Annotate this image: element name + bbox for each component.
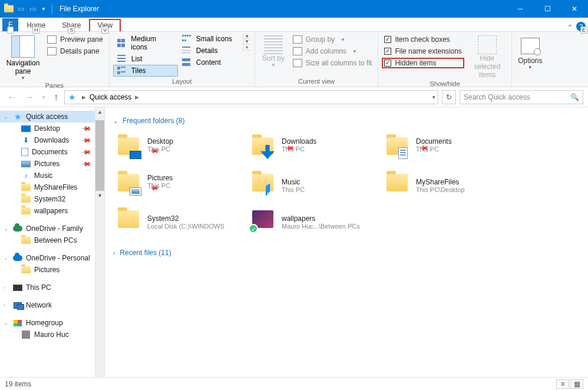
chevron-right-icon[interactable]: ▶: [131, 94, 143, 100]
chevron-down-icon: ▼: [4, 75, 42, 81]
group-label: Panes: [4, 81, 105, 91]
scroll-up-icon[interactable]: ▲: [243, 33, 251, 39]
tree-mysharefiles[interactable]: MyShareFiles: [0, 181, 104, 193]
options-button[interactable]: Options ▼: [516, 33, 545, 70]
scroll-thumb[interactable]: [95, 120, 104, 191]
sort-icon: [264, 35, 283, 54]
address-bar[interactable]: ★ ▶ Quick access ▶ ▾: [64, 90, 438, 104]
folder-tile[interactable]: DesktopThis PC📌: [113, 131, 247, 167]
expand-icon[interactable]: ›: [4, 285, 9, 290]
tree-network[interactable]: ›Network: [0, 299, 104, 311]
tree-od-pictures[interactable]: Pictures: [0, 264, 104, 276]
details-pane-button[interactable]: Details pane: [45, 46, 105, 57]
item-check-boxes-checkbox[interactable]: ✓Item check boxes: [382, 34, 464, 45]
desktop-icon: [21, 125, 31, 132]
preview-pane-button[interactable]: Preview pane: [45, 34, 105, 45]
tab-home[interactable]: HomeH: [18, 19, 54, 31]
hidden-items-checkbox[interactable]: ✓Hidden items: [382, 58, 464, 68]
hide-selected-button[interactable]: Hide selected items: [467, 33, 508, 79]
view-large-button[interactable]: ▦: [570, 379, 583, 389]
layout-tiles[interactable]: Tiles: [113, 65, 178, 77]
folder-tile[interactable]: PicturesThis PC📌: [113, 167, 247, 204]
sidebar-scrollbar[interactable]: ▲ ▼: [95, 107, 104, 377]
collapse-ribbon-icon[interactable]: ⌃: [567, 24, 573, 31]
tree-onedrive-family[interactable]: ⌄OneDrive - Family: [0, 223, 104, 234]
tab-file[interactable]: FF: [2, 18, 18, 31]
tab-share[interactable]: ShareS: [54, 19, 89, 31]
search-input[interactable]: Search Quick access 🔍: [460, 90, 583, 104]
maximize-button[interactable]: ☐: [534, 0, 561, 18]
folder-location: Local Disk (C:)\WINDOWS: [147, 223, 224, 230]
tree-between-pcs[interactable]: Between PCs: [0, 234, 104, 246]
tree-user[interactable]: Mauro Huc: [0, 329, 104, 341]
pin-icon: 📌: [80, 123, 91, 134]
qat-newfolder-icon[interactable]: ▭: [27, 2, 38, 15]
size-columns-button[interactable]: Size all columns to fit: [290, 58, 375, 68]
layout-scroll[interactable]: ▲▼▾: [243, 33, 251, 51]
recent-dropdown[interactable]: ▾: [40, 94, 48, 100]
group-by-button[interactable]: Group by ▼: [290, 34, 375, 45]
layout-medium-icons[interactable]: Medium icons: [113, 33, 178, 53]
qat-dropdown-icon[interactable]: ▼: [39, 6, 48, 12]
tab-view[interactable]: ViewV: [89, 19, 121, 31]
collapse-icon[interactable]: ⌄: [4, 255, 9, 261]
folder-tile[interactable]: DocumentsThis PC📌: [382, 131, 516, 167]
help-button[interactable]: ?E: [576, 22, 586, 31]
folder-icon: [21, 266, 31, 274]
navigation-pane-button[interactable]: Navigation pane ▼: [4, 33, 42, 81]
star-icon: ★: [13, 113, 22, 121]
address-dropdown-icon[interactable]: ▾: [432, 94, 435, 100]
scroll-up-icon[interactable]: ▲: [95, 107, 104, 117]
refresh-button[interactable]: ↻: [442, 90, 456, 104]
tree-onedrive-personal[interactable]: ⌄OneDrive - Personal: [0, 252, 104, 264]
sort-by-button[interactable]: Sort by ▼: [259, 33, 288, 68]
collapse-icon[interactable]: ⌄: [4, 226, 9, 232]
qat-properties-icon[interactable]: ▭: [15, 2, 26, 15]
folder-tile[interactable]: ✓wallpapersMauro Huc...\Between PCs: [247, 204, 382, 240]
tree-wallpapers[interactable]: wallpapers: [0, 205, 104, 217]
folder-tile[interactable]: System32Local Disk (C:)\WINDOWS: [113, 204, 247, 240]
expand-icon[interactable]: ▾: [243, 45, 251, 51]
ribbon-tabstrip: FF HomeH ShareS ViewV ⌃ ?E: [0, 18, 588, 32]
folder-tile[interactable]: MyShareFilesThis PC\Desktop: [382, 167, 516, 204]
pin-icon: 📌: [80, 134, 91, 146]
recent-files-header[interactable]: ›Recent files (11): [113, 249, 580, 257]
file-name-extensions-checkbox[interactable]: ✓File name extensions: [382, 46, 464, 57]
scroll-down-icon[interactable]: ▼: [243, 39, 251, 45]
close-button[interactable]: ✕: [561, 0, 588, 18]
layout-small-icons[interactable]: Small icons: [178, 33, 243, 45]
tree-downloads[interactable]: ⬇Downloads📌: [0, 134, 104, 146]
breadcrumb-item[interactable]: Quick access: [90, 93, 131, 101]
size-columns-icon: [293, 59, 302, 67]
layout-content[interactable]: Content: [178, 57, 243, 68]
expand-icon[interactable]: ›: [4, 302, 9, 308]
folder-tile[interactable]: DownloadsThis PC📌: [247, 131, 382, 167]
folder-tile[interactable]: MusicThis PC: [247, 167, 382, 204]
tree-desktop[interactable]: Desktop📌: [0, 123, 104, 134]
forward-button[interactable]: →: [22, 92, 37, 103]
checkbox-checked-icon: ✓: [384, 48, 391, 55]
add-columns-button[interactable]: Add columns ▼: [290, 46, 375, 57]
frequent-folders-header[interactable]: ⌄Frequent folders (8): [113, 117, 580, 125]
tree-music[interactable]: ♪Music: [0, 170, 104, 181]
minimize-button[interactable]: ─: [507, 0, 534, 18]
tree-documents[interactable]: Documents📌: [0, 146, 104, 158]
view-details-button[interactable]: ≡: [556, 379, 569, 389]
quick-access-icon: ★: [68, 92, 76, 102]
back-button[interactable]: ←: [5, 92, 19, 103]
search-icon: 🔍: [570, 93, 579, 101]
pin-icon: 📌: [80, 146, 91, 157]
tree-pictures[interactable]: Pictures📌: [0, 158, 104, 170]
scroll-down-icon[interactable]: ▼: [95, 191, 104, 200]
tree-this-pc[interactable]: ›This PC: [0, 282, 104, 293]
up-button[interactable]: ↑: [51, 92, 61, 103]
collapse-icon[interactable]: ⌄: [4, 114, 9, 120]
layout-details[interactable]: Details: [178, 45, 243, 57]
tree-quick-access[interactable]: ⌄★Quick access: [0, 111, 104, 123]
chevron-right-icon[interactable]: ▶: [78, 94, 90, 100]
tree-system32[interactable]: System32: [0, 193, 104, 205]
keytip: F: [7, 27, 14, 34]
tree-homegroup[interactable]: ⌄Homegroup: [0, 317, 104, 329]
collapse-icon[interactable]: ⌄: [4, 320, 9, 326]
layout-list[interactable]: List: [113, 53, 178, 65]
